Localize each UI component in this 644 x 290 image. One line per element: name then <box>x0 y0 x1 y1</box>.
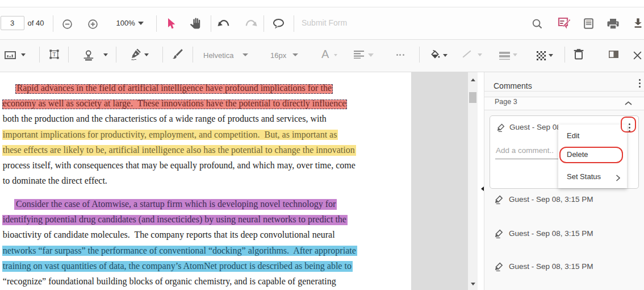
svg-text:T: T <box>52 51 56 57</box>
